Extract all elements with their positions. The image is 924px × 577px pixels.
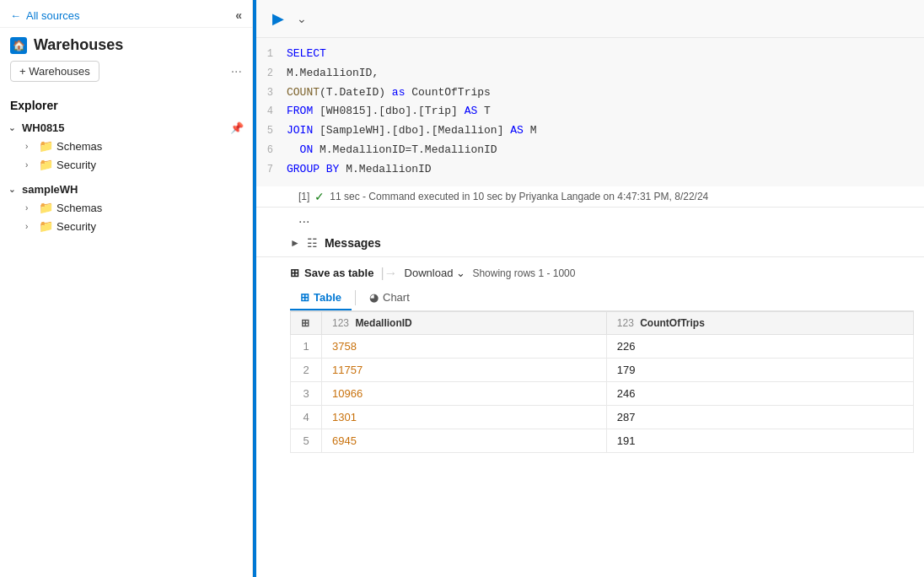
count-cell: 226: [606, 334, 913, 358]
medallion-col-label: MedallionID: [355, 317, 411, 329]
tab-bar: ⊞ Table ◕ Chart: [290, 286, 914, 311]
warehouses-section: 🏠 Warehouses + Warehouses ···: [0, 28, 252, 90]
code-line-5: 5 JOIN [SampleWH].[dbo].[Medallion] AS M: [256, 121, 924, 141]
medallion-id-cell: 1301: [322, 405, 607, 429]
pin-icon: 📌: [230, 121, 244, 134]
th-medallion-id: 123 MedallionID: [322, 311, 607, 334]
toolbar-separator: |→: [380, 266, 397, 281]
count-cell: 287: [606, 405, 913, 429]
table-grid-icon: ⊞: [290, 267, 299, 279]
tab-table[interactable]: ⊞ Table: [290, 286, 352, 310]
chevron-right-icon: ›: [25, 142, 35, 151]
showing-rows-label: Showing rows 1 - 1000: [472, 267, 575, 279]
code-line-4: 4 FROM [WH0815].[dbo].[Trip] AS T: [256, 102, 924, 121]
grid-icon: ⊞: [301, 317, 309, 329]
table-row: 13758226: [291, 334, 914, 358]
sidebar: ← All sources « 🏠 Warehouses + Warehouse…: [0, 0, 253, 577]
folder-icon: 📁: [39, 139, 53, 153]
chevron-down-icon: ⌄: [8, 123, 19, 132]
row-num-cell: 5: [291, 429, 322, 452]
code-line-6: 6 ON M.MedallionID=T.MedallionID: [256, 141, 924, 160]
table-header-row: ⊞ 123 MedallionID 123 CountOfTrips: [291, 311, 914, 334]
th-row-num: ⊞: [291, 311, 322, 334]
chart-tab-icon: ◕: [369, 291, 379, 304]
messages-label: Messages: [325, 236, 381, 250]
messages-section: ► ☷ Messages: [256, 229, 924, 257]
right-panel: ▶ ⌄ 1 SELECT 2 M.MedallionID, 3 COU: [253, 0, 924, 577]
content-area: ▶ ⌄ 1 SELECT 2 M.MedallionID, 3 COU: [253, 0, 924, 577]
code-toolbar: ▶ ⌄: [256, 0, 924, 38]
back-link[interactable]: ← All sources: [10, 9, 80, 22]
data-table: ⊞ 123 MedallionID 123 CountOfTrips: [290, 311, 914, 453]
tree-item-wh0815-security[interactable]: › 📁 Security: [5, 155, 247, 174]
chevron-down-icon: ⌄: [8, 185, 19, 194]
warehouses-title: Warehouses: [34, 36, 123, 54]
count-cell: 191: [606, 429, 913, 452]
table-tab-icon: ⊞: [300, 291, 309, 304]
wh0815-security-label: Security: [56, 159, 96, 171]
code-line-7: 7 GROUP BY M.MedallionID: [256, 160, 924, 180]
code-line-3: 3 COUNT(T.DateID) as CountOfTrips: [256, 84, 924, 103]
count-cell: 246: [606, 381, 913, 405]
row-num-cell: 3: [291, 381, 322, 405]
samplewh-schemas-label: Schemas: [56, 202, 102, 214]
back-arrow-icon: ←: [10, 9, 21, 22]
count-col-label: CountOfTrips: [640, 317, 705, 329]
results-toolbar: ⊞ Save as table |→ Download ⌄ Showing ro…: [290, 257, 914, 286]
tree-container: ⌄ WH0815 📌 › 📁 Schemas › 📁 Security ⌄ sa…: [0, 117, 252, 577]
row-num-cell: 4: [291, 405, 322, 429]
table-body: 1375822621175717931096624641301287569451…: [291, 334, 914, 452]
code-line-1: 1 SELECT: [256, 45, 924, 64]
code-editor: 1 SELECT 2 M.MedallionID, 3 COUNT(T.Date…: [256, 38, 924, 186]
chevron-right-icon: ›: [25, 160, 35, 170]
add-warehouse-button[interactable]: + Warehouses: [10, 61, 99, 82]
tree-item-wh0815-schemas[interactable]: › 📁 Schemas: [5, 137, 247, 155]
folder-icon: 📁: [39, 201, 53, 214]
wh0815-label: WH0815: [22, 121, 65, 134]
medallion-id-cell: 10966: [322, 381, 607, 405]
table-row: 56945191: [291, 429, 914, 452]
chevron-right-icon: ›: [25, 222, 35, 231]
warehouse-icon: 🏠: [10, 37, 27, 54]
row-num-cell: 2: [291, 358, 322, 381]
table-row: 211757179: [291, 358, 914, 381]
th-count-of-trips: 123 CountOfTrips: [606, 311, 913, 334]
check-icon: ✓: [314, 190, 325, 203]
warehouse-row: + Warehouses ···: [10, 61, 242, 82]
folder-icon: 📁: [39, 219, 53, 233]
table-row: 41301287: [291, 405, 914, 429]
run-button[interactable]: ▶: [266, 7, 290, 30]
table-tab-label: Table: [314, 291, 341, 304]
results-area: ⊞ Save as table |→ Download ⌄ Showing ro…: [256, 257, 924, 577]
download-label: Download: [405, 267, 454, 279]
table-row: 310966246: [291, 381, 914, 405]
download-button[interactable]: Download ⌄: [405, 267, 466, 279]
samplewh-security-label: Security: [56, 220, 96, 233]
more-options-icon[interactable]: ···: [231, 64, 242, 79]
chart-tab-label: Chart: [383, 291, 410, 304]
tree-item-samplewh-security[interactable]: › 📁 Security: [5, 217, 247, 235]
dropdown-button[interactable]: ⌄: [297, 12, 307, 25]
messages-icon: ☷: [307, 236, 318, 250]
medallion-id-cell: 11757: [322, 358, 607, 381]
chevron-right-icon: ›: [25, 203, 35, 213]
tree-item-samplewh-schemas[interactable]: › 📁 Schemas: [5, 198, 247, 217]
tree-item-wh0815[interactable]: ⌄ WH0815 📌: [5, 119, 247, 137]
wh0815-schemas-label: Schemas: [56, 140, 102, 153]
exec-status: [1] ✓ 11 sec - Command executed in 10 se…: [256, 186, 924, 208]
count-type-label: 123: [617, 317, 634, 329]
warehouses-title-row: 🏠 Warehouses: [10, 36, 242, 54]
samplewh-label: sampleWH: [22, 183, 78, 196]
count-cell: 179: [606, 358, 913, 381]
folder-icon: 📁: [39, 158, 53, 171]
medallion-id-cell: 6945: [322, 429, 607, 452]
tree-item-samplewh[interactable]: ⌄ sampleWH: [5, 181, 247, 198]
collapse-button[interactable]: «: [235, 8, 242, 22]
medallion-type-label: 123: [332, 317, 349, 329]
expand-messages-button[interactable]: ►: [290, 237, 300, 249]
exec-status-text: 11 sec - Command executed in 10 sec by P…: [330, 191, 708, 202]
save-as-table-button[interactable]: ⊞ Save as table: [290, 267, 373, 279]
tab-chart[interactable]: ◕ Chart: [359, 286, 420, 310]
save-as-table-label: Save as table: [304, 267, 373, 279]
sidebar-header: ← All sources «: [0, 0, 252, 28]
